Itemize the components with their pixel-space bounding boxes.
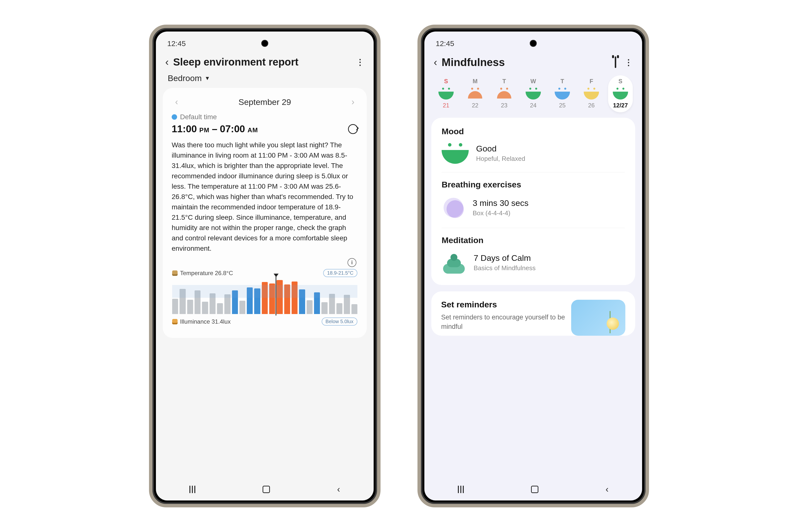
more-options-icon[interactable]: ⋮ <box>622 57 635 67</box>
day-mood-icon <box>438 87 454 99</box>
nav-recents-button[interactable] <box>189 486 195 493</box>
screen: 12:45 ‹ Sleep environment report ⋮ Bedro… <box>156 32 374 500</box>
system-navbar: ‹ <box>424 478 642 500</box>
mood-section-title: Mood <box>442 127 625 136</box>
chart-bar[interactable] <box>202 302 208 314</box>
back-button[interactable]: ‹ <box>432 56 442 68</box>
nav-back-button[interactable]: ‹ <box>337 484 340 495</box>
nav-recents-button[interactable] <box>458 486 464 493</box>
room-name: Bedroom <box>168 73 202 83</box>
reminders-image <box>571 300 625 336</box>
app-header: ‹ Sleep environment report ⋮ <box>156 49 374 72</box>
reminders-card[interactable]: Set reminders Set reminders to encourage… <box>431 291 635 336</box>
chart-bar[interactable] <box>307 300 312 314</box>
day-of-week: M <box>473 78 478 85</box>
nav-back-button[interactable]: ‹ <box>606 484 609 495</box>
day-of-week: W <box>531 78 536 85</box>
mood-tags: Hopeful, Relaxed <box>476 155 525 163</box>
day-of-week: S <box>444 78 448 85</box>
info-icon[interactable]: i <box>347 258 356 267</box>
page-title: Mindfulness <box>442 56 609 69</box>
chart-bar[interactable] <box>240 301 245 314</box>
day-column[interactable]: S21 <box>434 75 458 112</box>
temperature-chart[interactable]: Temperature 26.8°C 18.9-21.5°C Illuminan… <box>172 268 358 330</box>
report-body: Was there too much light while you slept… <box>172 140 358 254</box>
breathing-section-title: Breathing exercises <box>442 180 625 189</box>
meditation-sub: Basics of Mindfulness <box>474 264 535 272</box>
chart-bar[interactable] <box>284 284 290 314</box>
meditation-icon <box>442 251 466 274</box>
day-of-week: F <box>590 78 593 85</box>
day-of-week: T <box>502 78 506 85</box>
date-label: September 29 <box>239 97 291 107</box>
chart-bar[interactable] <box>210 293 215 314</box>
chart-bar[interactable] <box>194 290 201 314</box>
chart-bar[interactable] <box>329 294 335 314</box>
chart-bar[interactable] <box>172 299 178 314</box>
chart-bar[interactable] <box>217 303 223 314</box>
status-time: 12:45 <box>436 39 454 48</box>
app-header: ‹ Mindfulness ⋮ <box>424 49 642 73</box>
chart-bar[interactable] <box>224 294 230 314</box>
chart-bar[interactable] <box>262 282 268 314</box>
chart-bar[interactable] <box>187 300 193 314</box>
mood-item[interactable]: Good Hopeful, Relaxed <box>442 142 625 172</box>
chevron-down-icon: ▼ <box>205 75 210 81</box>
default-time-label: Default time <box>180 113 217 121</box>
status-time: 12:45 <box>167 39 186 48</box>
day-column[interactable]: W24 <box>521 75 546 112</box>
chart-bar[interactable] <box>344 295 350 314</box>
chart-bar[interactable] <box>254 288 260 314</box>
screen: 12:45 ‹ Mindfulness ⋮ S21M22T23W24T25F26… <box>424 32 642 500</box>
day-number: 23 <box>501 102 508 109</box>
day-column[interactable]: T25 <box>550 75 575 112</box>
chart-bar[interactable] <box>232 290 238 314</box>
nav-home-button[interactable] <box>263 486 270 493</box>
day-number: 24 <box>530 102 537 109</box>
meditation-item[interactable]: 7 Days of Calm Basics of Mindfulness <box>442 251 625 282</box>
chart-bar[interactable] <box>299 289 305 314</box>
temp-label-row: Temperature 26.8°C 18.9-21.5°C <box>172 269 357 277</box>
breathing-item[interactable]: 3 mins 30 secs Box (4-4-4-4) <box>442 196 625 228</box>
chart-info-row: i <box>172 254 358 268</box>
edit-time-icon[interactable] <box>348 124 358 134</box>
more-options-icon[interactable]: ⋮ <box>354 57 366 67</box>
chart-bar[interactable] <box>291 282 298 314</box>
reminders-sub: Set reminders to encourage yourself to b… <box>441 313 566 331</box>
breathing-icon <box>442 196 465 220</box>
day-mood-icon <box>555 87 570 99</box>
day-mood-icon <box>468 87 483 99</box>
chart-bar[interactable] <box>337 303 342 314</box>
chart-cursor[interactable] <box>276 276 276 316</box>
chart-bar[interactable] <box>277 280 283 314</box>
chart-bar[interactable] <box>321 302 327 314</box>
mood-value: Good <box>476 144 525 153</box>
next-day-button[interactable]: › <box>349 97 357 107</box>
calendar-button[interactable] <box>609 57 622 68</box>
day-column[interactable]: M22 <box>463 75 488 112</box>
day-column[interactable]: S12/27 <box>608 75 633 112</box>
time-to: 07:00 <box>220 124 245 134</box>
nav-home-button[interactable] <box>531 486 538 493</box>
chart-bar[interactable] <box>314 292 320 314</box>
room-selector[interactable]: Bedroom ▼ <box>156 72 374 88</box>
chart-bar[interactable] <box>352 304 357 314</box>
day-number: 25 <box>559 102 566 109</box>
mindfulness-card: Mood Good Hopeful, Relaxed Breathing exe… <box>431 118 635 285</box>
prev-day-button[interactable]: ‹ <box>173 97 180 107</box>
dot-icon <box>172 114 177 120</box>
back-button[interactable]: ‹ <box>163 56 173 68</box>
default-time-row: Default time <box>172 113 358 121</box>
ampm-to: AM <box>248 126 258 134</box>
temp-bars[interactable] <box>172 280 357 314</box>
day-mood-icon <box>526 87 541 99</box>
chart-bar[interactable] <box>269 284 275 314</box>
system-navbar: ‹ <box>156 478 374 500</box>
calendar-icon <box>615 56 616 68</box>
day-column[interactable]: F26 <box>579 75 604 112</box>
time-dash: – <box>212 124 217 134</box>
illum-series-icon <box>172 319 177 324</box>
chart-bar[interactable] <box>179 289 186 314</box>
day-column[interactable]: T23 <box>492 75 516 112</box>
chart-bar[interactable] <box>247 287 253 314</box>
